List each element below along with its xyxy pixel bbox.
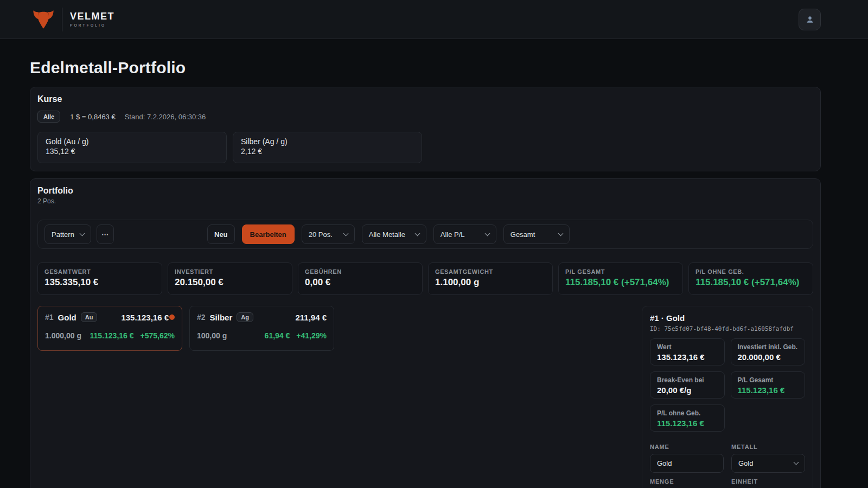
stat-label: GESAMTWERT [44,268,155,275]
position-rank: #1 [45,313,54,322]
chevron-down-icon [794,460,799,465]
unit-field-label: EINHEIT [731,478,805,485]
stat-gesamtwert: GESAMTWERT 135.335,10 € [37,262,162,295]
position-weight: 1.000,00 g [45,331,81,340]
position-weight: 100,00 g [197,331,227,340]
brand-subtitle: PORTFOLIO [70,23,114,27]
portfolio-stats: GESAMTWERT 135.335,10 € INVESTIERT 20.15… [37,262,813,295]
detail-title: #1 · Gold [650,313,805,323]
metal-symbol-badge: Ag [237,312,253,322]
metal-select[interactable]: Gold [731,454,805,473]
chevron-down-icon [80,230,85,236]
price-value: 135,12 € [46,147,219,156]
detail-stat-wert: Wert 135.123,16 € [650,338,725,365]
stat-label: P/L GESAMT [565,268,676,275]
price-label: Silber (Ag / g) [241,137,414,146]
stat-value: 115.185,10 € (+571,64%) [565,277,676,288]
fx-rate: 1 $ = 0,8463 € [70,113,116,121]
position-rank: #2 [197,313,206,322]
stat-label: P/L OHNE GEB. [695,268,806,275]
page-title: Edelmetall-Portfolio [30,59,821,77]
app-header: VELMET PORTFOLIO [0,0,868,39]
position-card-silver[interactable]: #2 Silber Ag 211,94 € 100,00 g 61,94 € +… [189,306,334,351]
more-options-button[interactable]: ⋯ [97,224,114,244]
price-card-silver[interactable]: Silber (Ag / g) 2,12 € [233,132,422,163]
brand: VELMET PORTFOLIO [33,8,114,31]
pattern-select[interactable]: Pattern [44,224,91,244]
detail-stat-value: 115.123,16 € [738,386,799,395]
chevron-down-icon [343,230,348,236]
detail-stat-label: Break-Even bei [657,376,718,384]
position-name: Gold [58,313,76,322]
detail-stat-breakeven: Break-Even bei 20,00 €/g [650,371,725,399]
detail-stat-value: 135.123,16 € [657,352,718,362]
stat-label: INVESTIERT [175,268,285,275]
stat-pl-ohne-geb: P/L OHNE GEB. 115.185,10 € (+571,64%) [688,262,813,295]
price-label: Gold (Au / g) [46,137,219,146]
position-pl: 61,94 € [265,331,290,340]
brand-name: VELMET [70,11,114,21]
scope-select[interactable]: Gesamt [503,224,570,244]
chevron-down-icon [414,230,420,236]
stat-value: 115.185,10 € (+571,64%) [695,277,806,288]
stat-pl-gesamt: P/L GESAMT 115.185,10 € (+571,64%) [558,262,683,295]
page-size-value: 20 Pos. [309,230,333,239]
price-card-gold[interactable]: Gold (Au / g) 135,12 € [37,132,227,163]
position-cards: #1 Gold Au 135.123,16 € 1.000,00 g 115.1… [37,306,635,351]
pl-filter-value: Alle P/L [441,230,465,239]
main-content: Edelmetall-Portfolio Kurse Alle 1 $ = 0,… [0,39,868,488]
user-icon [805,14,815,25]
edit-button[interactable]: Bearbeiten [242,224,295,244]
portfolio-section: Portfolio 2 Pos. Pattern ⋯ Neu Bearbeite… [30,178,821,488]
name-field[interactable] [650,454,724,473]
position-value: 135.123,16 € [121,313,169,322]
brand-divider [62,8,62,31]
detail-stat-label: Wert [657,343,718,351]
scope-value: Gesamt [510,230,535,239]
kurse-title: Kurse [37,94,813,104]
detail-stat-label: P/L ohne Geb. [657,409,718,417]
position-pl: 115.123,16 € [90,331,134,340]
position-card-gold[interactable]: #1 Gold Au 135.123,16 € 1.000,00 g 115.1… [37,306,182,351]
detail-stat-label: P/L Gesamt [738,376,799,384]
detail-stat-investiert: Investiert inkl. Geb. 20.000,00 € [731,338,806,365]
detail-stat-value: 20,00 €/g [657,386,718,395]
price-timestamp: Stand: 7.2.2026, 06:30:36 [125,113,206,121]
stat-gesamtgewicht: GESAMTGEWICHT 1.100,00 g [428,262,553,295]
page-size-select[interactable]: 20 Pos. [302,224,355,244]
brand-text: VELMET PORTFOLIO [70,11,114,27]
stat-gebuehren: GEBÜHREN 0,00 € [298,262,423,295]
bull-logo-icon [33,10,54,29]
detail-stat-value: 20.000,00 € [738,352,799,362]
chevron-down-icon [484,230,490,236]
price-value: 2,12 € [241,147,414,156]
stat-value: 135.335,10 € [44,277,155,288]
portfolio-position-count: 2 Pos. [37,197,813,205]
position-name: Silber [210,313,233,322]
metal-filter-value: Alle Metalle [369,230,405,239]
kurse-filter-alle-button[interactable]: Alle [37,111,60,123]
new-position-button[interactable]: Neu [207,224,235,244]
metal-select-value: Gold [738,459,753,467]
detail-stat-pl-ohne-geb: P/L ohne Geb. 115.123,16 € [650,404,725,432]
stat-label: GESAMTGEWICHT [435,268,546,275]
pl-filter-select[interactable]: Alle P/L [433,224,496,244]
portfolio-title: Portfolio [37,186,813,196]
chevron-down-icon [558,230,563,236]
stat-investiert: INVESTIERT 20.150,00 € [168,262,292,295]
position-pl-percent: +41,29% [296,331,327,340]
portfolio-toolbar: Pattern ⋯ Neu Bearbeiten 20 Pos. Alle Me… [37,220,813,249]
detail-stat-label: Investiert inkl. Geb. [738,343,799,351]
detail-stat-pl-gesamt: P/L Gesamt 115.123,16 € [731,371,806,399]
pattern-select-value: Pattern [52,230,74,239]
stat-label: GEBÜHREN [305,268,416,275]
position-pl-percent: +575,62% [141,331,175,340]
stat-value: 0,00 € [305,277,416,288]
amount-field-label: MENGE [650,478,724,485]
user-account-button[interactable] [799,9,821,30]
metal-filter-select[interactable]: Alle Metalle [362,224,426,244]
stat-value: 20.150,00 € [175,277,285,288]
selected-indicator-dot [169,314,175,320]
kurse-section: Kurse Alle 1 $ = 0,8463 € Stand: 7.2.202… [30,87,821,171]
position-detail-panel: #1 · Gold ID: 75e5fd07-bf48-40fd-bd6f-a1… [642,306,813,488]
